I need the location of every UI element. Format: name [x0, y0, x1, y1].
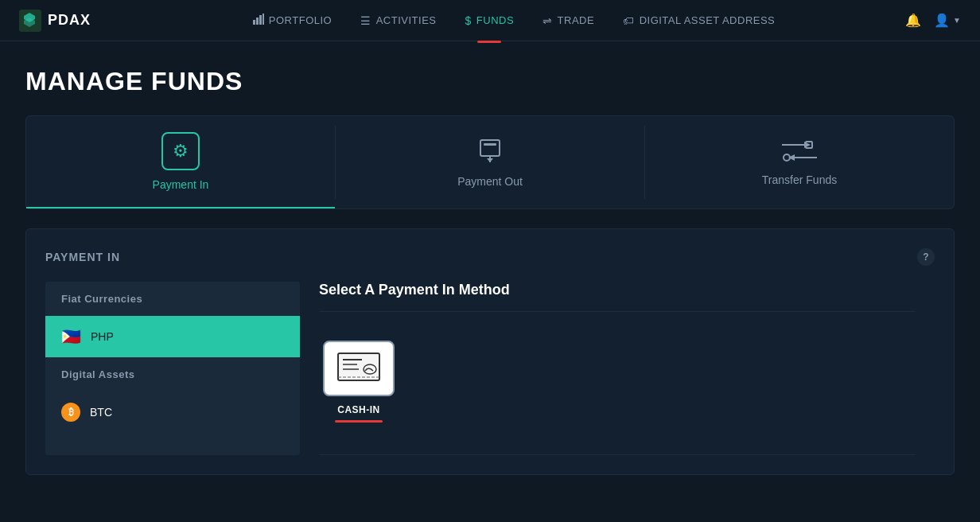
payment-section-divider — [319, 454, 916, 455]
nav-item-funds[interactable]: $ FUNDS — [453, 0, 527, 41]
logo-icon — [19, 10, 41, 32]
svg-rect-5 — [480, 140, 500, 156]
tab-payment-in-label: Payment In — [153, 178, 209, 191]
navbar: PDAX PORTFOLIO ☰ ACTIVITIES $ FUNDS ⇌ TR… — [0, 0, 980, 41]
section-title: PAYMENT IN — [45, 251, 120, 263]
payment-in-tab-icon — [161, 132, 200, 170]
nav-item-digital-asset-address[interactable]: 🏷 DIGITAL ASSET ADDRESS — [610, 0, 788, 41]
svg-marker-8 — [487, 158, 493, 162]
payment-in-icon-box — [161, 132, 200, 170]
btc-label: BTC — [90, 406, 112, 419]
cash-in-icon-box — [323, 341, 395, 396]
nav-item-activities[interactable]: ☰ ACTIVITIES — [348, 0, 449, 41]
transfer-funds-tab-icon — [782, 137, 817, 166]
section-header: PAYMENT IN ? — [45, 248, 935, 266]
payment-out-icon-svg — [474, 135, 506, 167]
payment-method-card-cash-in[interactable]: CASH-IN — [319, 341, 399, 423]
tab-payment-out[interactable]: Payment Out — [336, 116, 644, 208]
activities-icon: ☰ — [360, 14, 371, 27]
svg-rect-15 — [338, 353, 379, 380]
select-payment-title: Select A Payment In Method — [319, 282, 916, 312]
svg-rect-2 — [256, 18, 259, 25]
fiat-group-label: Fiat Currencies — [45, 282, 300, 316]
payment-in-section: PAYMENT IN ? Fiat Currencies 🇵🇭 PHP Digi… — [25, 228, 955, 475]
payment-in-sidebar: Fiat Currencies 🇵🇭 PHP Digital Assets ₿ … — [45, 282, 300, 455]
tab-transfer-funds-label: Transfer Funds — [762, 173, 837, 186]
tab-transfer-funds[interactable]: Transfer Funds — [645, 116, 954, 208]
cash-in-underline — [335, 420, 383, 423]
trade-icon: ⇌ — [542, 14, 553, 27]
transfer-icon-svg — [782, 137, 817, 166]
svg-rect-1 — [253, 20, 255, 25]
notification-bell-icon[interactable]: 🔔 — [905, 13, 921, 28]
payment-methods-grid: CASH-IN — [319, 325, 916, 438]
nav-label-digital-asset-address: DIGITAL ASSET ADDRESS — [640, 14, 776, 26]
digital-assets-group-label: Digital Assets — [45, 357, 300, 392]
payment-in-content: Fiat Currencies 🇵🇭 PHP Digital Assets ₿ … — [45, 282, 935, 455]
logo-text: PDAX — [48, 12, 91, 29]
sidebar-item-php[interactable]: 🇵🇭 PHP — [45, 316, 300, 357]
navbar-right: 🔔 👤 ▼ — [905, 13, 961, 28]
help-icon[interactable]: ? — [917, 248, 935, 266]
svg-rect-3 — [259, 15, 262, 25]
nav-label-activities: ACTIVITIES — [376, 14, 437, 26]
funds-icon: $ — [465, 14, 472, 27]
nav-label-trade: TRADE — [558, 14, 595, 26]
svg-rect-4 — [262, 14, 264, 25]
nav-menu: PORTFOLIO ☰ ACTIVITIES $ FUNDS ⇌ TRADE 🏷… — [122, 0, 905, 41]
php-label: PHP — [91, 330, 114, 343]
sidebar-item-btc[interactable]: ₿ BTC — [45, 392, 300, 433]
cash-in-svg — [335, 349, 383, 388]
page-title: MANAGE FUNDS — [25, 67, 955, 96]
nav-label-funds: FUNDS — [476, 14, 514, 26]
svg-rect-6 — [484, 143, 496, 146]
tab-payment-in[interactable]: Payment In — [26, 116, 335, 208]
digital-asset-icon: 🏷 — [623, 14, 635, 27]
user-icon: 👤 — [934, 13, 950, 28]
nav-label-portfolio: PORTFOLIO — [269, 14, 332, 26]
payment-in-main-area: Select A Payment In Method — [300, 282, 935, 455]
tab-payment-out-label: Payment Out — [457, 175, 523, 188]
nav-item-trade[interactable]: ⇌ TRADE — [530, 0, 607, 41]
nav-item-portfolio[interactable]: PORTFOLIO — [240, 0, 344, 41]
portfolio-icon — [253, 14, 264, 27]
btc-icon: ₿ — [61, 403, 80, 422]
user-dropdown-icon: ▼ — [953, 16, 961, 25]
payment-out-tab-icon — [474, 135, 506, 167]
php-flag-icon: 🇵🇭 — [61, 327, 81, 346]
tabs-container: Payment In Payment Out — [25, 115, 955, 209]
cash-in-label: CASH-IN — [337, 404, 380, 415]
user-menu[interactable]: 👤 ▼ — [934, 13, 961, 28]
logo[interactable]: PDAX — [19, 10, 91, 32]
page-content: MANAGE FUNDS Payment In Payment Out — [0, 41, 980, 475]
